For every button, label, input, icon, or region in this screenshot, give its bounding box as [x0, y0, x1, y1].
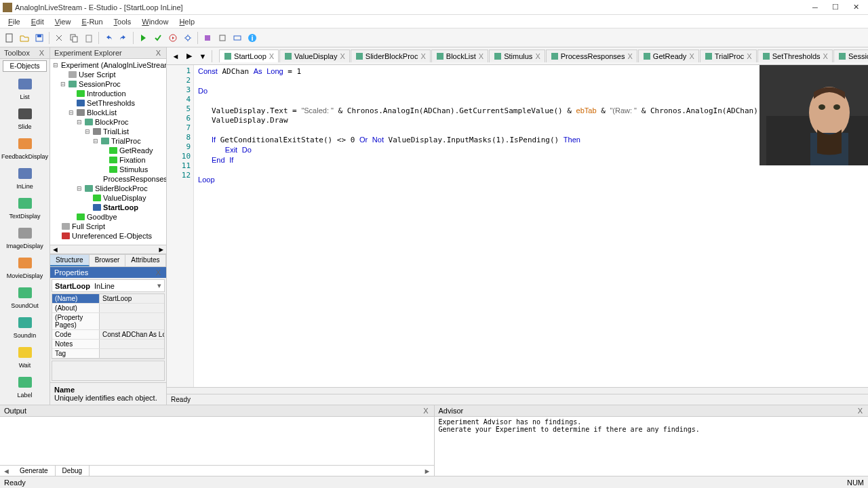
toolbox-item-slide[interactable]: Slide [0, 103, 50, 133]
tree-node-processresponses[interactable]: ProcessResponses [52, 174, 165, 184]
toolbox-item-wait[interactable]: Wait [0, 342, 50, 371]
properties-close[interactable]: X [155, 268, 162, 277]
editor-tab-stimulus[interactable]: StimulusX [489, 49, 545, 62]
output-content[interactable] [0, 417, 434, 465]
editor-tab-valuedisplay[interactable]: ValueDisplayX [279, 49, 350, 62]
tree-node-startloop[interactable]: StartLoop [52, 203, 165, 212]
scroll-left-icon[interactable]: ◄ [0, 467, 13, 475]
devices-button[interactable] [231, 31, 244, 45]
tab-close-icon[interactable]: X [269, 52, 274, 60]
nav-back-button[interactable]: ◄ [170, 50, 182, 62]
explorer-close[interactable]: X [155, 49, 162, 57]
tree-node-introduction[interactable]: Introduction [52, 89, 165, 98]
editor-tab-sessionproc[interactable]: SessionProcX [833, 49, 868, 62]
toolbox-item-label[interactable]: Label [0, 371, 50, 401]
editor-tab-getready[interactable]: GetReadyX [638, 49, 699, 62]
toolbox-item-soundout[interactable]: SoundOut [0, 282, 50, 312]
toolbox-item-inline[interactable]: InLine [0, 163, 50, 192]
minimize-button[interactable]: ─ [806, 1, 825, 14]
editor-tab-blocklist[interactable]: BlockListX [431, 49, 488, 62]
toolbox-item-soundin[interactable]: SoundIn [0, 312, 50, 342]
new-button[interactable] [3, 31, 16, 45]
toolbox-close[interactable]: X [38, 49, 45, 57]
tree-node-blocklist[interactable]: ⊟BlockList [52, 108, 165, 117]
tree-node-full-script[interactable]: Full Script [52, 222, 165, 231]
advisor-button[interactable] [201, 31, 214, 45]
tab-close-icon[interactable]: X [823, 52, 828, 60]
cut-button[interactable] [52, 31, 66, 45]
tree-node-sliderblockproc[interactable]: ⊟SliderBlockProc [52, 184, 165, 193]
tab-close-icon[interactable]: X [628, 52, 633, 60]
dropdown-icon[interactable]: ▾ [157, 281, 161, 290]
tab-close-icon[interactable]: X [340, 52, 344, 60]
property-row[interactable]: (About) [52, 304, 164, 313]
tab-close-icon[interactable]: X [747, 52, 751, 60]
editor-tab-sliderblockproc[interactable]: SliderBlockProcX [351, 49, 431, 62]
tree-node-valuedisplay[interactable]: ValueDisplay [52, 193, 165, 203]
menu-window[interactable]: Window [136, 16, 174, 27]
tree-node-triallist[interactable]: ⊟TrialList [52, 127, 165, 136]
explorer-tab-structure[interactable]: Structure [50, 255, 90, 266]
info-button[interactable]: i [245, 31, 259, 45]
scroll-right-icon[interactable]: ► [421, 467, 434, 475]
editor-tab-trialproc[interactable]: TrialProcX [700, 49, 757, 62]
tree-node-experiment-analoginlivestream-es3-[interactable]: ⊟Experiment (AnalogInLiveStream.es3) [52, 60, 165, 70]
explorer-tab-browser[interactable]: Browser [90, 255, 126, 266]
tree-node-stimulus[interactable]: Stimulus [52, 165, 165, 174]
nav-down-button[interactable]: ▼ [197, 50, 209, 62]
property-row[interactable]: CodeConst ADChan As Lo [52, 330, 164, 340]
check-button[interactable] [151, 31, 165, 45]
property-row[interactable]: Tag [52, 349, 164, 359]
output-tab-generate[interactable]: Generate [13, 466, 56, 476]
generate-button[interactable] [136, 31, 150, 45]
tab-close-icon[interactable]: X [420, 52, 425, 60]
redo-button[interactable] [117, 31, 130, 45]
tab-close-icon[interactable]: X [479, 52, 484, 60]
tree-node-fixation[interactable]: Fixation [52, 155, 165, 165]
tree-node-user-script[interactable]: User Script [52, 70, 165, 79]
scroll-left-icon[interactable]: ◄ [52, 245, 59, 253]
paste-button[interactable] [82, 31, 96, 45]
save-button[interactable] [33, 31, 46, 45]
experiment-tree[interactable]: ⊟Experiment (AnalogInLiveStream.es3)User… [50, 59, 166, 245]
undo-button[interactable] [102, 31, 115, 45]
toolbox-item-moviedisplay[interactable]: MovieDisplay [0, 252, 50, 282]
tree-node-unreferenced-e-objects[interactable]: Unreferenced E-Objects [52, 231, 165, 241]
tree-node-blockproc[interactable]: ⊟BlockProc [52, 117, 165, 127]
menu-help[interactable]: Help [174, 16, 200, 27]
menu-tools[interactable]: Tools [108, 16, 137, 27]
menu-file[interactable]: File [3, 16, 26, 27]
open-button[interactable] [18, 31, 31, 45]
settings-button[interactable] [181, 31, 195, 45]
tab-close-icon[interactable]: X [535, 52, 540, 60]
tab-close-icon[interactable]: X [689, 52, 694, 60]
menu-edit[interactable]: Edit [26, 16, 50, 27]
tree-node-trialproc[interactable]: ⊟TrialProc [52, 136, 165, 146]
toolbox-tab-eobjects[interactable]: E-Objects [3, 60, 47, 72]
advisor-close[interactable]: X [856, 407, 864, 415]
tree-node-sessionproc[interactable]: ⊟SessionProc [52, 79, 165, 89]
maximize-button[interactable]: ☐ [826, 1, 845, 14]
menu-e-run[interactable]: E-Run [76, 16, 108, 27]
tree-node-getready[interactable]: GetReady [52, 146, 165, 155]
scroll-right-icon[interactable]: ► [157, 245, 165, 253]
property-row[interactable]: Notes [52, 340, 164, 349]
toolbox-item-textdisplay[interactable]: TextDisplay [0, 192, 50, 222]
copy-button[interactable] [67, 31, 81, 45]
package-button[interactable] [216, 31, 229, 45]
output-close[interactable]: X [422, 407, 429, 415]
toolbox-item-list[interactable]: List [0, 73, 50, 103]
close-button[interactable]: ✕ [846, 1, 865, 14]
menu-view[interactable]: View [50, 16, 77, 27]
property-row[interactable]: (Name)StartLoop [52, 294, 164, 304]
toolbox-item-imagedisplay[interactable]: ImageDisplay [0, 222, 50, 252]
tree-node-setthresholds[interactable]: SetThresholds [52, 98, 165, 108]
tree-node-goodbye[interactable]: Goodbye [52, 212, 165, 222]
editor-tab-startloop[interactable]: StartLoopX [219, 49, 279, 62]
toolbox-item-feedbackdisplay[interactable]: FeedbackDisplay [0, 133, 50, 163]
property-row[interactable]: (Property Pages) [52, 313, 164, 330]
output-tab-debug[interactable]: Debug [56, 466, 90, 476]
editor-tab-setthresholds[interactable]: SetThresholdsX [757, 49, 833, 62]
explorer-tab-attributes[interactable]: Attributes [125, 255, 165, 266]
run-button[interactable] [166, 31, 180, 45]
